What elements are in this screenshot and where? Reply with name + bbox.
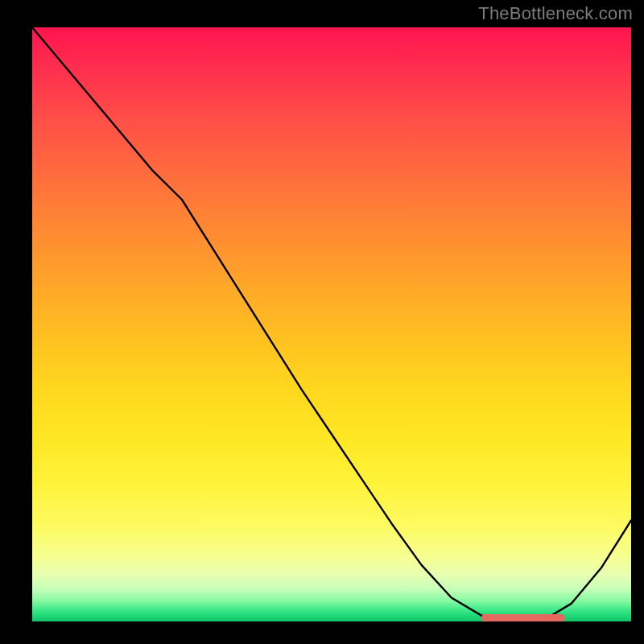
plot-area — [32, 27, 631, 621]
optimal-band-marker — [481, 614, 565, 621]
bottleneck-curve — [32, 27, 631, 621]
chart-frame: TheBottleneck.com — [0, 0, 644, 644]
attribution-label: TheBottleneck.com — [478, 3, 633, 24]
